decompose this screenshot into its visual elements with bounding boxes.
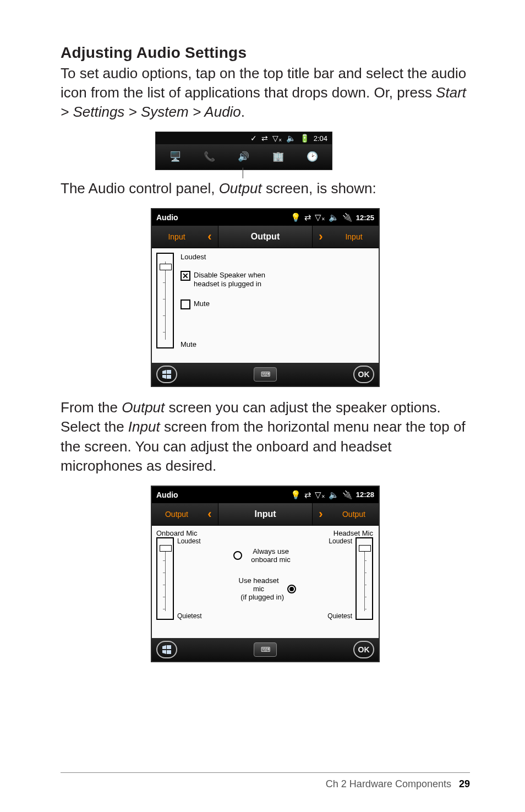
volume-icon: 🔈 (329, 212, 339, 222)
title-bar-preview: ✓ ⇄ ▽ₓ 🔈 🔋 2:04 🖥️ 📞 🔊 🏢 🕑 (155, 132, 332, 170)
battery-icon: 🔋 (300, 134, 309, 143)
footer-page-number: 29 (459, 778, 470, 790)
status-time: 12:25 (356, 214, 374, 222)
audio-input-screenshot: Audio 💡 ⇄ ▽ₓ 🔈 🔌 12:28 Output ‹ Input › … (151, 486, 380, 662)
tab-left-arrow-icon[interactable]: ‹ (201, 226, 218, 248)
mute-label: Mute (194, 299, 210, 308)
use-headset-radio[interactable] (287, 585, 296, 593)
para2-italic: Output (219, 180, 262, 197)
keyboard-button[interactable]: ⌨ (254, 367, 277, 382)
tab-left-arrow-icon[interactable]: ‹ (201, 503, 218, 525)
tab-right-arrow-icon[interactable]: › (313, 226, 329, 248)
sync-icon: ⇄ (304, 490, 311, 500)
headset-mic-slider[interactable] (356, 537, 373, 620)
tab-output-active[interactable]: Output (218, 226, 313, 248)
power-icon: 🔌 (342, 212, 353, 222)
para2-post: screen, is shown: (262, 180, 376, 197)
bulb-icon: 💡 (291, 490, 301, 500)
window-title: Audio (156, 491, 178, 499)
pointer-indicator: │ (155, 168, 375, 178)
tab-right-arrow-icon[interactable]: › (313, 503, 329, 525)
onboard-mic-slider[interactable] (156, 537, 174, 620)
paragraph-audio-intro: To set audio options, tap on the top tit… (61, 64, 470, 122)
tab-input-right[interactable]: Input (329, 226, 379, 248)
mini-app-row: 🖥️ 📞 🔊 🏢 🕑 (156, 144, 332, 170)
para1-pre: To set audio options, tap on the top tit… (61, 65, 466, 101)
mini-status-bar: ✓ ⇄ ▽ₓ 🔈 🔋 2:04 (156, 132, 332, 144)
status-time: 12:28 (356, 491, 374, 499)
onboard-quietest-label: Quietest (177, 612, 202, 620)
volume-icon: 🔈 (286, 134, 296, 143)
p3-pre: From the (61, 399, 122, 416)
loudest-label: Loudest (181, 253, 372, 261)
onboard-mic-heading: Onboard Mic (156, 529, 228, 537)
tab-input-active[interactable]: Input (218, 503, 313, 525)
para1-post: . (241, 103, 245, 120)
use-headset-label-1: Use headset mic (233, 577, 284, 593)
page-footer: Ch 2 Hardware Components 29 (61, 772, 470, 790)
volume-slider[interactable] (156, 253, 174, 348)
sync-icon: ⇄ (261, 134, 268, 143)
tower-icon[interactable]: 🏢 (269, 148, 287, 165)
tab-output-left[interactable]: Output (152, 503, 201, 525)
headset-loudest-label: Loudest (327, 537, 352, 545)
onboard-loudest-label: Loudest (177, 537, 202, 545)
section-heading: Adjusting Audio Settings (61, 44, 470, 62)
sync-icon: ⇄ (304, 212, 311, 222)
mini-time: 2:04 (314, 134, 327, 143)
keyboard-button[interactable]: ⌨ (254, 642, 277, 657)
para2-pre: The Audio control panel, (61, 180, 219, 197)
clock-icon[interactable]: 🕑 (303, 148, 322, 165)
bulb-icon: 💡 (291, 212, 301, 222)
tab-input-left[interactable]: Input (152, 226, 201, 248)
window-title: Audio (156, 213, 178, 222)
ok-button[interactable]: OK (353, 641, 374, 658)
signal-icon: ▽ₓ (315, 212, 325, 222)
p3-i1: Output (122, 399, 165, 416)
headset-quietest-label: Quietest (327, 612, 352, 620)
mute-scale-label: Mute (181, 340, 372, 348)
signal-icon: ▽ₓ (315, 490, 325, 500)
footer-chapter: Ch 2 Hardware Components (326, 778, 451, 790)
tab-output-right[interactable]: Output (329, 503, 379, 525)
status-bar: 💡 ⇄ ▽ₓ 🔈 🔌 12:25 (291, 212, 374, 222)
check-icon: ✓ (250, 134, 257, 143)
signal-icon: ▽ₓ (272, 134, 282, 143)
p3-i2: Input (128, 418, 160, 435)
audio-icon[interactable]: 🔊 (234, 148, 253, 165)
paragraph-input-intro: From the Output screen you can adjust th… (61, 398, 470, 475)
phone-icon[interactable]: 📞 (200, 148, 219, 165)
always-onboard-radio[interactable] (233, 551, 242, 560)
start-button[interactable] (156, 366, 177, 383)
opt1-l2: headset is plugged in (194, 280, 261, 288)
start-button[interactable] (156, 641, 177, 658)
use-headset-label-2: (if plugged in) (240, 593, 284, 602)
headset-mic-heading: Headset Mic (302, 529, 373, 537)
power-icon: 🔌 (342, 490, 353, 500)
audio-output-screenshot: Audio 💡 ⇄ ▽ₓ 🔈 🔌 12:25 Input ‹ Output › … (151, 208, 380, 387)
opt1-l1: Disable Speaker when (194, 271, 265, 279)
paragraph-output-intro: The Audio control panel, Output screen, … (61, 179, 470, 198)
disable-speaker-label: Disable Speaker when headset is plugged … (194, 271, 265, 288)
ok-button[interactable]: OK (353, 366, 374, 383)
volume-icon: 🔈 (329, 490, 339, 500)
mute-checkbox[interactable] (181, 299, 190, 309)
monitor-icon[interactable]: 🖥️ (166, 148, 184, 165)
status-bar: 💡 ⇄ ▽ₓ 🔈 🔌 12:28 (291, 490, 374, 500)
always-onboard-label: Always use onboard mic (245, 547, 296, 564)
disable-speaker-checkbox[interactable]: ✕ (181, 271, 190, 281)
